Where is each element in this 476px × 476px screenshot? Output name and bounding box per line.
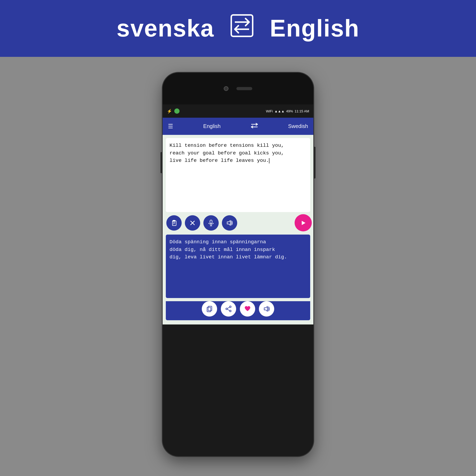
text-cursor <box>269 158 269 163</box>
output-favorite-button[interactable] <box>240 301 255 317</box>
toolbar-swap-button[interactable] <box>251 123 258 130</box>
toolbar-lang-to[interactable]: Swedish <box>288 123 308 129</box>
front-camera <box>224 86 228 91</box>
output-share-button[interactable] <box>221 301 236 317</box>
usb-icon: ⚡ <box>167 109 172 114</box>
phone-top-bar <box>163 73 313 104</box>
svg-point-17 <box>226 308 227 310</box>
app-toolbar: ☰ English Swedish <box>163 118 313 135</box>
input-text-area[interactable]: Kill tension before tensions kill you,re… <box>166 138 310 212</box>
input-section: Kill tension before tensions kill you,re… <box>163 135 313 235</box>
svg-rect-0 <box>231 15 253 36</box>
toolbar-lang-from[interactable]: English <box>203 123 221 129</box>
phone-speaker-grille <box>236 87 252 90</box>
svg-point-15 <box>230 306 231 308</box>
circle-status-icon <box>174 108 180 114</box>
input-text-content: Kill tension before tensions kill you,re… <box>170 142 306 164</box>
top-banner: svenska English <box>0 0 476 57</box>
signal-icon: ▲▲▲ <box>274 109 285 113</box>
phone: ⚡ WiFi ▲▲▲ 49% 11:15 AM ☰ English <box>163 73 313 456</box>
time-display: 11:15 AM <box>295 109 309 113</box>
status-right-info: WiFi ▲▲▲ 49% 11:15 AM <box>266 109 309 113</box>
screen-body: Kill tension before tensions kill you,re… <box>163 135 313 324</box>
output-section: Döda spänning innan spänningarnadöda dig… <box>163 235 313 324</box>
wifi-icon: WiFi <box>266 109 273 113</box>
input-speaker-button[interactable] <box>222 215 237 231</box>
clipboard-button[interactable] <box>166 215 182 231</box>
status-bar: ⚡ WiFi ▲▲▲ 49% 11:15 AM <box>163 104 313 118</box>
svg-line-18 <box>227 307 230 309</box>
output-buttons-row <box>166 301 310 320</box>
output-text-area: Döda spänning innan spänningarnadöda dig… <box>166 235 310 298</box>
svg-rect-13 <box>207 307 211 312</box>
status-left-icons: ⚡ <box>167 108 180 114</box>
output-copy-button[interactable] <box>202 301 217 317</box>
svg-rect-8 <box>210 220 212 223</box>
input-buttons-row <box>163 212 313 235</box>
battery-level: 49% <box>286 109 293 113</box>
svg-marker-11 <box>227 221 230 225</box>
banner-swap-icon[interactable] <box>230 14 254 43</box>
svg-point-16 <box>230 310 231 312</box>
translate-button[interactable] <box>295 214 312 231</box>
banner-lang-right[interactable]: English <box>270 15 359 42</box>
banner-lang-left[interactable]: svenska <box>117 15 214 42</box>
output-speaker-button[interactable] <box>259 301 274 317</box>
phone-volume-button <box>161 152 163 173</box>
svg-line-19 <box>227 309 230 311</box>
phone-power-button <box>313 147 315 178</box>
phone-body: ⚡ WiFi ▲▲▲ 49% 11:15 AM ☰ English <box>163 73 313 456</box>
svg-marker-20 <box>264 306 267 311</box>
svg-marker-12 <box>302 221 305 225</box>
microphone-button[interactable] <box>203 215 219 231</box>
output-text-content: Döda spänning innan spänningarnadöda dig… <box>170 238 306 261</box>
svg-rect-14 <box>208 306 212 311</box>
menu-button[interactable]: ☰ <box>168 123 173 130</box>
clear-button[interactable] <box>185 215 200 231</box>
